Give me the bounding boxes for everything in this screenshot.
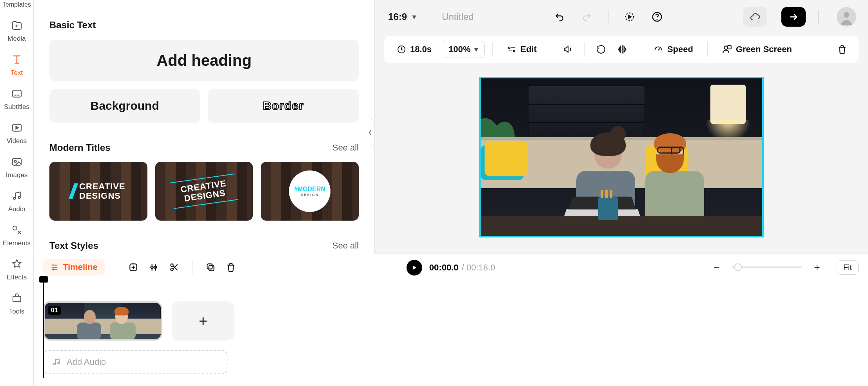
svg-rect-24 <box>207 264 212 269</box>
svg-point-25 <box>54 363 55 365</box>
svg-point-5 <box>18 196 20 198</box>
title-template-2[interactable]: CREATIVEDESIGNS <box>155 162 253 221</box>
duration-chip[interactable]: 18.0s <box>390 41 438 58</box>
sidebar-item-label: Effects <box>7 274 27 281</box>
sidebar-item-images[interactable]: Images <box>1 150 33 182</box>
sidebar: Templates Media Text <box>0 0 34 386</box>
audio-icon <box>10 189 24 203</box>
delete-button[interactable] <box>223 259 239 275</box>
timeline-panel: Timeline <box>34 254 868 386</box>
video-clip-1[interactable]: 01 <box>43 301 162 341</box>
user-avatar[interactable] <box>837 7 856 27</box>
sidebar-item-label: Elements <box>3 240 31 246</box>
chevron-down-icon: ▾ <box>474 45 478 54</box>
svg-rect-7 <box>13 296 21 302</box>
edit-button[interactable]: Edit <box>501 41 543 58</box>
timeline-toolbar: Timeline <box>34 254 868 280</box>
split-button[interactable] <box>146 259 162 275</box>
svg-point-16 <box>724 46 728 49</box>
images-icon <box>10 155 24 169</box>
collapse-panel-button[interactable] <box>365 118 375 147</box>
redo-button[interactable] <box>578 8 596 25</box>
svg-point-26 <box>58 362 59 364</box>
add-clip-button[interactable]: + <box>172 301 234 341</box>
svg-point-15 <box>513 50 515 52</box>
aspect-ratio-selector[interactable]: 16:9 ▾ <box>388 11 416 22</box>
sidebar-item-templates[interactable]: Templates <box>1 0 33 12</box>
media-icon <box>10 19 24 32</box>
sidebar-item-label: Audio <box>8 206 25 212</box>
tools-icon <box>10 292 24 305</box>
clip-number-badge: 01 <box>48 306 61 315</box>
chevron-down-icon: ▾ <box>412 13 416 21</box>
play-button[interactable] <box>407 260 422 275</box>
svg-point-3 <box>14 160 16 162</box>
sidebar-item-media[interactable]: Media <box>1 13 33 46</box>
title-template-3[interactable]: #MODERNDESIGN <box>261 162 359 221</box>
border-text-button[interactable]: Border <box>208 89 359 123</box>
sidebar-item-label: Text <box>11 69 23 76</box>
preview-canvas[interactable] <box>375 63 868 254</box>
sidebar-item-effects[interactable]: Effects <box>1 252 33 285</box>
timecode: 00:00.0 / 00:18.0 <box>429 263 495 273</box>
subtitles-icon <box>10 87 24 100</box>
text-icon <box>10 53 24 66</box>
timeline-tracks[interactable]: 01 + Add Audio <box>34 280 868 382</box>
rotate-button[interactable] <box>592 41 610 58</box>
zoom-out-button[interactable] <box>709 259 725 275</box>
text-styles-heading: Text Styles <box>49 240 98 251</box>
green-screen-button[interactable]: Green Screen <box>715 41 798 58</box>
export-button[interactable] <box>781 7 806 27</box>
text-panel: Basic Text Add heading Background Border… <box>34 0 375 254</box>
time-ruler[interactable] <box>43 280 859 296</box>
zoom-chip[interactable]: 100% ▾ <box>442 41 485 58</box>
videos-icon <box>10 121 24 134</box>
delete-clip-button[interactable] <box>833 41 851 58</box>
video-frame[interactable] <box>479 77 764 237</box>
cut-button[interactable] <box>166 259 182 275</box>
see-all-text-styles[interactable]: See all <box>332 241 359 251</box>
add-audio-button[interactable]: Add Audio <box>43 350 227 374</box>
svg-rect-17 <box>728 45 731 49</box>
cloud-save-button[interactable] <box>743 7 767 27</box>
preview-play-button[interactable] <box>621 8 638 25</box>
copy-button[interactable] <box>203 259 218 275</box>
sidebar-item-elements[interactable]: Elements <box>1 218 33 250</box>
add-track-button[interactable] <box>125 259 141 275</box>
title-template-1[interactable]: CREATIVEDESIGNS <box>49 162 147 221</box>
sidebar-item-videos[interactable]: Videos <box>1 116 33 148</box>
zoom-in-button[interactable] <box>809 259 825 275</box>
modern-titles-heading: Modern Titles <box>49 142 111 153</box>
elements-icon <box>10 223 24 237</box>
sidebar-item-label: Tools <box>9 308 25 315</box>
project-title[interactable]: Untitled <box>442 11 474 22</box>
timeline-tab[interactable]: Timeline <box>43 259 105 275</box>
svg-point-4 <box>13 198 15 199</box>
undo-button[interactable] <box>551 8 568 25</box>
sidebar-item-tools[interactable]: Tools <box>1 286 33 319</box>
effects-icon <box>10 257 24 271</box>
sidebar-item-label: Subtitles <box>4 103 29 110</box>
basic-text-heading: Basic Text <box>49 20 359 31</box>
svg-point-12 <box>844 12 849 18</box>
see-all-modern-titles[interactable]: See all <box>332 143 359 153</box>
volume-button[interactable] <box>559 41 576 58</box>
fit-button[interactable]: Fit <box>837 260 859 275</box>
sidebar-item-audio[interactable]: Audio <box>1 184 33 216</box>
speed-button[interactable]: Speed <box>647 41 699 58</box>
svg-point-14 <box>508 47 510 49</box>
header-bar: 16:9 ▾ Untitled <box>375 0 868 32</box>
sidebar-item-subtitles[interactable]: Subtitles <box>1 82 33 114</box>
svg-rect-23 <box>209 266 214 271</box>
flip-button[interactable] <box>614 41 631 58</box>
svg-point-6 <box>13 226 17 230</box>
sidebar-item-text[interactable]: Text <box>1 47 33 80</box>
zoom-slider[interactable] <box>732 266 802 268</box>
add-heading-button[interactable]: Add heading <box>49 40 359 81</box>
background-text-button[interactable]: Background <box>49 89 200 123</box>
help-button[interactable] <box>648 8 666 25</box>
svg-rect-0 <box>12 90 21 97</box>
clip-toolbar: 18.0s 100% ▾ Edit <box>384 36 859 63</box>
playhead[interactable] <box>43 280 44 378</box>
sidebar-item-label: Media <box>7 35 25 42</box>
